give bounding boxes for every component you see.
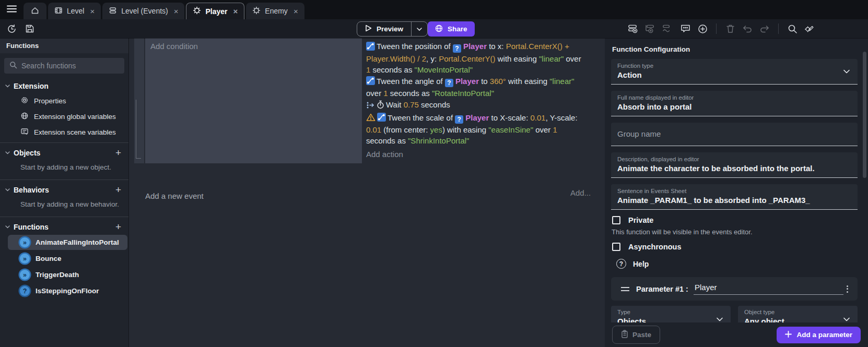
add-more-button[interactable]: Add... xyxy=(570,188,591,197)
private-checkbox[interactable] xyxy=(612,216,620,224)
private-helper-text: This function will be visible in the eve… xyxy=(612,228,858,236)
events-sheet[interactable]: Add condition Tween the position of ?Pla… xyxy=(129,38,605,347)
add-other-event-icon[interactable] xyxy=(663,23,673,34)
close-tab-icon[interactable]: × xyxy=(90,7,95,15)
action-text-segment: with easing xyxy=(496,54,539,63)
add-parameter-button[interactable]: Add a parameter xyxy=(777,327,861,343)
sidebar-item-scene-variables[interactable]: Extension scene variables xyxy=(0,124,128,140)
delete-icon[interactable] xyxy=(725,23,735,34)
event-action-row[interactable]: Tween the angle of ?Player to 360° with … xyxy=(366,76,581,99)
private-checkbox-row[interactable]: Private xyxy=(612,216,858,224)
action-function-icon: » xyxy=(20,270,30,280)
sidebar-item-properties[interactable]: Properties xyxy=(0,93,128,109)
panel-footer: Paste Add a parameter xyxy=(605,322,868,347)
tab-level-events[interactable]: Level (Events) × xyxy=(102,3,184,19)
function-item-issteppingonfloor[interactable]: ? IsSteppingOnFloor xyxy=(8,283,127,298)
item-label: Extension scene variables xyxy=(34,128,116,136)
hamburger-menu-icon[interactable] xyxy=(7,5,17,15)
asynchronous-checkbox[interactable] xyxy=(612,243,620,251)
action-text-segment: seconds as xyxy=(370,65,414,74)
add-parameter-label: Add a parameter xyxy=(796,331,852,339)
panel-scrollbar[interactable] xyxy=(863,52,866,178)
tab-level[interactable]: Level × xyxy=(48,3,101,19)
undo-icon[interactable] xyxy=(742,23,753,34)
function-item-bounce[interactable]: » Bounce xyxy=(8,251,127,266)
tween-icon xyxy=(366,42,375,53)
tab-label: Level xyxy=(67,7,84,15)
object-icon-badge: ? xyxy=(453,44,461,53)
kebab-menu-icon[interactable] xyxy=(843,282,851,296)
functions-sidebar: Functions Extension Properties Extension… xyxy=(0,38,129,347)
share-label: Share xyxy=(448,25,467,33)
paste-button[interactable]: Paste xyxy=(612,326,660,344)
add-subevent-icon[interactable] xyxy=(646,23,656,34)
tab-player[interactable]: Player × xyxy=(186,3,244,19)
add-object-button[interactable]: + xyxy=(115,148,123,158)
event-action-row[interactable]: Tween the scale of ?Player to X-scale: 0… xyxy=(366,112,581,147)
tab-label: Player xyxy=(205,7,227,16)
drag-handle-icon[interactable] xyxy=(621,287,629,291)
search-functions-box[interactable] xyxy=(4,58,124,74)
panel-title: Function Configuration xyxy=(605,41,868,59)
full-name-field[interactable]: Full name displayed in editor Absorb int… xyxy=(611,91,858,116)
add-circle-icon[interactable] xyxy=(697,23,708,34)
field-label: Sentence in Events Sheet xyxy=(617,188,851,194)
add-function-button[interactable]: + xyxy=(115,222,123,232)
globe-icon xyxy=(435,25,443,34)
description-field[interactable]: Description, displayed in editor Animate… xyxy=(611,152,858,178)
function-name: Bounce xyxy=(36,255,62,262)
action-text-segment: Tween the position of xyxy=(377,42,453,51)
paste-label: Paste xyxy=(632,331,651,339)
preview-dropdown-button[interactable] xyxy=(412,22,427,36)
section-extension[interactable]: Extension xyxy=(0,79,128,93)
redo-icon[interactable] xyxy=(759,23,770,34)
gear-icon xyxy=(20,96,29,106)
function-item-animatefallingintoportal[interactable]: » AnimateFallingIntoPortal xyxy=(8,235,127,250)
sidebar-item-global-variables[interactable]: Extension global variables xyxy=(0,109,128,124)
history-icon[interactable] xyxy=(6,23,17,34)
object-icon-badge: ? xyxy=(455,115,463,124)
comment-icon[interactable] xyxy=(680,23,690,34)
group-name-field[interactable]: Group name xyxy=(611,123,858,146)
close-tab-icon[interactable]: × xyxy=(174,7,179,15)
event-block[interactable]: Add condition Tween the position of ?Pla… xyxy=(134,38,605,163)
search-icon[interactable] xyxy=(787,23,797,34)
tab-enemy[interactable]: Enemy × xyxy=(246,3,304,19)
section-objects[interactable]: Objects + xyxy=(0,146,128,160)
add-action-button[interactable]: Add action xyxy=(366,149,581,160)
preview-button[interactable]: Preview xyxy=(357,21,428,37)
object-icon-badge: ? xyxy=(445,79,453,87)
close-tab-icon[interactable]: × xyxy=(294,7,298,15)
action-text-segment: Player xyxy=(455,77,479,86)
add-event-icon[interactable] xyxy=(628,23,639,34)
checkbox-label: Asynchronous xyxy=(628,243,682,251)
event-action-row[interactable]: Tween the position of ?Player to x: Port… xyxy=(366,41,581,75)
tab-bar: Level × Level (Events) × Player × Enemy … xyxy=(0,0,868,19)
sentence-field[interactable]: Sentence in Events Sheet Animate _PARAM1… xyxy=(611,184,858,210)
add-new-event-button[interactable]: Add a new event xyxy=(145,192,204,200)
add-behavior-button[interactable]: + xyxy=(115,185,123,195)
help-label: Help xyxy=(633,260,649,268)
extension-icon xyxy=(252,6,261,16)
checkbox-label: Private xyxy=(628,216,653,224)
section-functions[interactable]: Functions + xyxy=(0,220,128,234)
tab-label: Enemy xyxy=(265,7,288,15)
help-link[interactable]: ? Help xyxy=(616,259,858,269)
share-button[interactable]: Share xyxy=(428,21,475,37)
action-text-segment: yes xyxy=(430,125,442,134)
edit-extension-icon[interactable] xyxy=(804,23,815,34)
tab-home[interactable] xyxy=(24,3,46,19)
chevron-down-icon xyxy=(5,85,10,88)
function-type-select[interactable]: Function type Action xyxy=(611,59,858,85)
save-icon[interactable] xyxy=(25,23,35,34)
close-tab-icon[interactable]: × xyxy=(233,7,238,15)
event-action-row[interactable]: Wait 0.75 seconds xyxy=(366,99,581,112)
parameter-name-input[interactable]: Player xyxy=(694,283,843,295)
action-text-segment: over xyxy=(366,89,383,98)
add-condition-area[interactable]: Add condition xyxy=(145,38,362,163)
function-item-triggerdeath[interactable]: » TriggerDeath xyxy=(8,267,127,282)
action-text-segment: , y: xyxy=(426,54,439,63)
asynchronous-checkbox-row[interactable]: Asynchronous xyxy=(612,243,858,251)
search-functions-input[interactable] xyxy=(21,62,119,70)
section-behaviors[interactable]: Behaviors + xyxy=(0,183,128,197)
